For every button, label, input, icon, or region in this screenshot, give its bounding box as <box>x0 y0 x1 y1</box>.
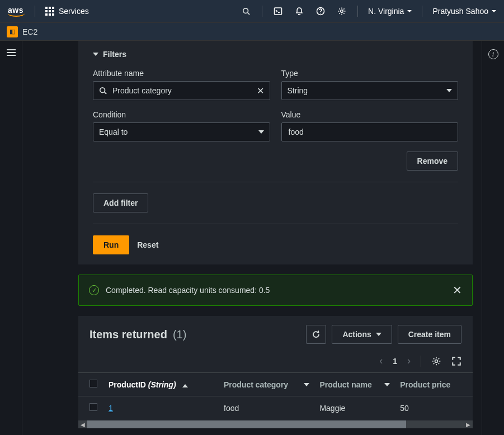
alert-message: Completed. Read capacity units consumed:… <box>106 286 270 295</box>
svg-point-5 <box>320 13 321 13</box>
services-label: Services <box>59 7 89 16</box>
add-filter-button[interactable]: Add filter <box>93 193 148 212</box>
create-item-button[interactable]: Create item <box>398 325 461 344</box>
service-name[interactable]: EC2 <box>22 27 37 36</box>
svg-point-0 <box>243 8 248 13</box>
row-category: food <box>218 396 314 420</box>
condition-value: Equal to <box>99 127 128 136</box>
results-table: ProductID (String) Product category Prod… <box>78 372 473 419</box>
refresh-icon <box>312 330 321 339</box>
chevron-down-icon <box>407 10 412 12</box>
results-title: Items returned <box>90 328 167 341</box>
next-page-icon[interactable]: › <box>407 355 411 367</box>
svg-point-7 <box>100 88 105 93</box>
value-input[interactable] <box>281 122 459 141</box>
cloudshell-icon[interactable] <box>272 6 284 17</box>
top-nav: aws Services N. Virginia Pratyush Sahoo <box>0 0 504 23</box>
row-id-link[interactable]: 1 <box>109 404 113 413</box>
attribute-name-field[interactable] <box>111 86 252 96</box>
type-select[interactable]: String <box>281 81 459 100</box>
gear-icon[interactable] <box>336 6 347 17</box>
run-button[interactable]: Run <box>93 235 129 254</box>
info-icon[interactable]: i <box>488 49 498 59</box>
scrollbar-thumb[interactable] <box>87 420 406 428</box>
filters-title: Filters <box>103 50 126 59</box>
refresh-button[interactable] <box>306 325 326 344</box>
page-number: 1 <box>393 357 397 366</box>
prev-page-icon[interactable]: ‹ <box>379 355 383 367</box>
col-price[interactable]: Product price <box>400 380 450 389</box>
actions-label: Actions <box>342 330 371 339</box>
attribute-name-input[interactable]: ✕ <box>93 81 270 100</box>
nav-separator <box>357 6 358 17</box>
chevron-down-icon <box>376 333 381 336</box>
chevron-down-icon <box>93 53 98 56</box>
chevron-down-icon <box>258 130 264 134</box>
chevron-down-icon <box>492 10 496 12</box>
svg-line-8 <box>105 92 107 94</box>
expand-icon[interactable] <box>451 356 461 366</box>
left-rail <box>0 41 22 435</box>
divider <box>93 224 458 224</box>
col-productid[interactable]: ProductID <box>109 380 146 389</box>
ec2-icon: ◧ <box>7 26 18 37</box>
aws-logo[interactable]: aws <box>8 6 25 17</box>
right-rail: i <box>482 41 504 435</box>
actions-button[interactable]: Actions <box>332 325 392 344</box>
scroll-left-icon[interactable]: ◀ <box>78 420 87 428</box>
grid-icon <box>45 7 54 16</box>
col-name[interactable]: Product name <box>319 380 371 389</box>
svg-point-6 <box>341 10 343 12</box>
success-alert: ✓ Completed. Read capacity units consume… <box>78 275 473 306</box>
type-value: String <box>288 86 308 95</box>
results-panel: Items returned (1) Actions Create item ‹… <box>78 316 473 428</box>
nav-separator <box>262 6 262 17</box>
region-selector[interactable]: N. Virginia <box>368 7 412 16</box>
help-icon[interactable] <box>315 6 326 17</box>
results-count: (1) <box>173 328 186 341</box>
condition-select[interactable]: Equal to <box>93 122 270 141</box>
col-category[interactable]: Product category <box>224 380 288 389</box>
aws-logo-text: aws <box>8 6 23 15</box>
filters-panel: Filters Attribute name ✕ Type String <box>78 41 473 264</box>
type-label: Type <box>281 69 459 78</box>
service-bar: ◧ EC2 <box>0 23 504 41</box>
sort-asc-icon[interactable] <box>182 384 188 387</box>
horizontal-scrollbar[interactable]: ◀ ▶ <box>78 420 473 428</box>
svg-line-1 <box>248 13 250 15</box>
scroll-right-icon[interactable]: ▶ <box>464 420 473 428</box>
divider <box>93 182 458 182</box>
region-label: N. Virginia <box>368 7 404 16</box>
row-checkbox[interactable] <box>90 403 97 411</box>
bell-icon[interactable] <box>294 6 305 17</box>
check-circle-icon: ✓ <box>89 285 99 295</box>
table-row: 1 food Maggie 50 <box>78 396 473 420</box>
svg-point-9 <box>435 360 438 362</box>
main-content: Filters Attribute name ✕ Type String <box>22 41 482 435</box>
search-icon <box>99 87 107 94</box>
hamburger-icon[interactable] <box>7 49 16 56</box>
chevron-down-icon <box>446 89 452 92</box>
remove-button[interactable]: Remove <box>407 152 458 171</box>
value-field[interactable] <box>288 127 453 137</box>
row-name: Maggie <box>314 396 394 420</box>
attribute-name-label: Attribute name <box>93 69 270 78</box>
svg-rect-2 <box>275 8 282 15</box>
pager-separator <box>421 356 421 367</box>
user-label: Pratyush Sahoo <box>432 7 488 16</box>
gear-icon[interactable] <box>431 356 441 366</box>
select-all-checkbox[interactable] <box>90 380 97 387</box>
chevron-down-icon[interactable] <box>384 383 390 386</box>
pagination: ‹ 1 › <box>78 353 473 372</box>
nav-separator <box>422 6 422 17</box>
search-icon[interactable] <box>241 6 252 17</box>
services-menu[interactable]: Services <box>45 7 89 16</box>
col-productid-type: (String) <box>148 380 176 389</box>
filters-header[interactable]: Filters <box>93 50 458 59</box>
reset-button[interactable]: Reset <box>137 240 158 249</box>
close-icon[interactable]: ✕ <box>453 283 462 297</box>
condition-label: Condition <box>93 110 270 119</box>
clear-icon[interactable]: ✕ <box>257 86 264 96</box>
chevron-down-icon[interactable] <box>304 383 309 386</box>
user-menu[interactable]: Pratyush Sahoo <box>432 7 496 16</box>
